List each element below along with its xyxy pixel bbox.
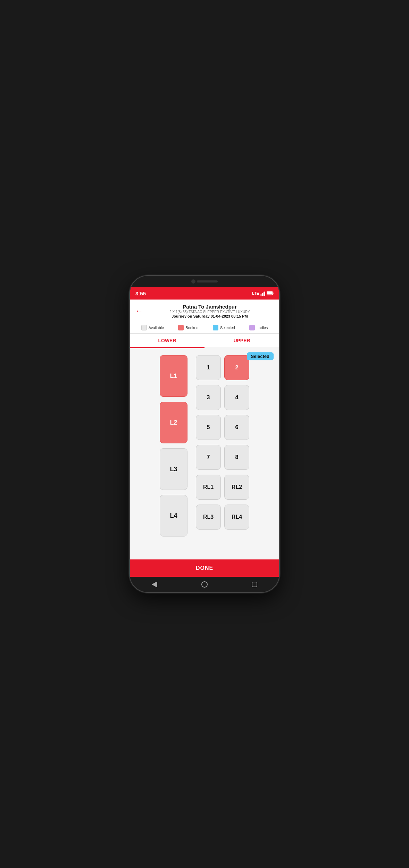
legend: Available Booked Selected Ladies <box>130 322 279 334</box>
seat-2[interactable]: 2 <box>224 355 249 380</box>
seat-layout: L1 L2 L3 L4 1 2 3 4 5 <box>135 355 274 537</box>
tabs: LOWER UPPER <box>130 334 279 348</box>
battery-icon <box>267 291 274 295</box>
header-subtitle: 2 X 1(8+33) TATA AC SLEPPER EXUTIVE LUXU… <box>146 310 274 314</box>
seat-1[interactable]: 1 <box>196 355 221 380</box>
seat-row-5-6: 5 6 <box>196 415 249 440</box>
tab-lower[interactable]: LOWER <box>130 334 204 347</box>
seat-L4[interactable]: L4 <box>160 495 187 537</box>
seat-L1[interactable]: L1 <box>160 355 187 397</box>
seat-5[interactable]: 5 <box>196 415 221 440</box>
screen: 3:55 LTE ← Patna To Jamshedpur <box>130 287 279 577</box>
header-journey: Journey on Saturday 01-04-2023 08:15 PM <box>146 314 274 318</box>
seat-L3[interactable]: L3 <box>160 448 187 490</box>
svg-marker-2 <box>260 294 262 296</box>
available-label: Available <box>149 326 164 330</box>
lte-icon: LTE <box>252 291 259 295</box>
available-color-box <box>141 325 147 330</box>
ladies-color-box <box>249 325 255 330</box>
app-header: ← Patna To Jamshedpur 2 X 1(8+33) TATA A… <box>130 300 279 322</box>
status-icons: LTE <box>252 291 274 296</box>
right-section: 1 2 3 4 5 6 7 8 <box>196 355 249 537</box>
speaker <box>197 280 218 282</box>
header-info: Patna To Jamshedpur 2 X 1(8+33) TATA AC … <box>146 304 274 318</box>
signal-icon <box>260 291 265 296</box>
phone-top-bar <box>130 276 279 287</box>
left-col: L1 L2 L3 L4 <box>160 355 187 537</box>
back-button[interactable]: ← <box>135 307 143 315</box>
legend-available: Available <box>141 325 164 330</box>
done-btn-container: DONE <box>130 559 279 577</box>
tab-upper[interactable]: UPPER <box>204 334 279 347</box>
svg-rect-4 <box>273 293 274 294</box>
seat-8[interactable]: 8 <box>224 445 249 470</box>
selected-color-box <box>213 325 218 330</box>
seat-RL4[interactable]: RL4 <box>224 505 249 530</box>
seat-6[interactable]: 6 <box>224 415 249 440</box>
nav-back-button[interactable] <box>152 581 157 588</box>
ladies-label: Ladies <box>257 326 268 330</box>
nav-home-button[interactable] <box>201 581 208 588</box>
legend-ladies: Ladies <box>249 325 268 330</box>
phone-frame: 3:55 LTE ← Patna To Jamshedpur <box>130 276 279 592</box>
camera <box>191 279 195 284</box>
status-bar: 3:55 LTE <box>130 287 279 300</box>
legend-selected: Selected <box>213 325 235 330</box>
seat-L2[interactable]: L2 <box>160 402 187 443</box>
seat-RL3[interactable]: RL3 <box>196 505 221 530</box>
seat-row-rl1-rl2: RL1 RL2 <box>196 475 249 500</box>
seat-row-3-4: 3 4 <box>196 385 249 410</box>
seat-row-rl3-rl4: RL3 RL4 <box>196 505 249 530</box>
legend-booked: Booked <box>178 325 198 330</box>
seat-4[interactable]: 4 <box>224 385 249 410</box>
svg-marker-0 <box>264 291 265 296</box>
booked-color-box <box>178 325 184 330</box>
header-title: Patna To Jamshedpur <box>146 304 274 310</box>
nav-recents-button[interactable] <box>252 582 257 587</box>
svg-marker-1 <box>262 292 264 296</box>
seat-RL1[interactable]: RL1 <box>196 475 221 500</box>
svg-rect-5 <box>267 292 272 295</box>
seat-3[interactable]: 3 <box>196 385 221 410</box>
seat-row-7-8: 7 8 <box>196 445 249 470</box>
phone-nav-bar <box>130 577 279 592</box>
booked-label: Booked <box>185 326 198 330</box>
seat-7[interactable]: 7 <box>196 445 221 470</box>
selected-label: Selected <box>220 326 235 330</box>
seat-RL2[interactable]: RL2 <box>224 475 249 500</box>
done-button[interactable]: DONE <box>130 559 279 577</box>
status-time: 3:55 <box>135 290 146 296</box>
selected-badge: Selected <box>247 352 274 360</box>
selected-badge-text: Selected <box>251 354 269 359</box>
seat-row-1-2: 1 2 <box>196 355 249 380</box>
seat-map-container[interactable]: Selected L1 L2 L3 L4 1 2 3 <box>130 348 279 559</box>
